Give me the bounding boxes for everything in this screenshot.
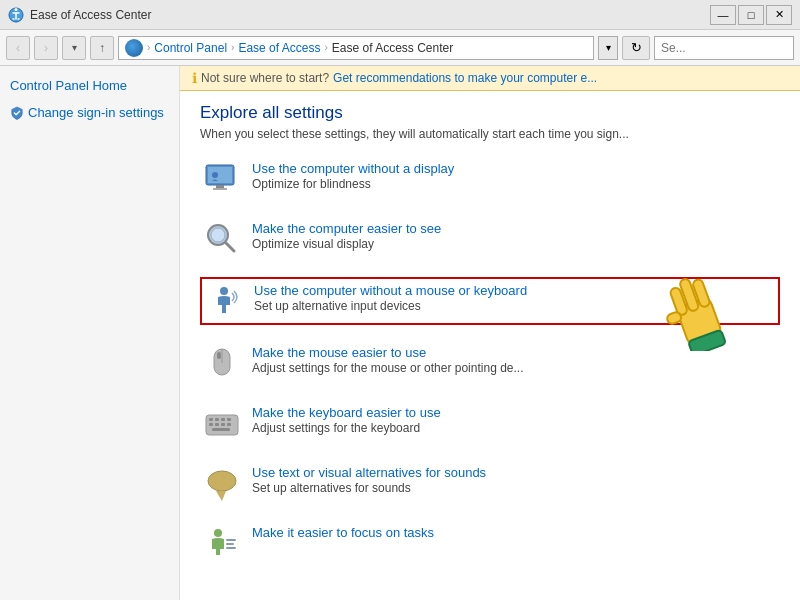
no-mouse-keyboard-link[interactable]: Use the computer without a mouse or keyb…	[254, 283, 527, 298]
title-bar: Ease of Access Center — □ ✕	[0, 0, 800, 30]
mouse-easier-link[interactable]: Make the mouse easier to use	[252, 345, 524, 360]
svg-rect-12	[217, 352, 221, 359]
svg-rect-27	[226, 543, 234, 545]
magnifier-icon	[204, 221, 240, 257]
easier-to-see-text: Make the computer easier to see Optimize…	[252, 221, 441, 251]
address-dropdown[interactable]: ▾	[598, 36, 618, 60]
setting-sound-alternatives[interactable]: Use text or visual alternatives for soun…	[200, 461, 780, 505]
top-banner: ℹ Not sure where to start? Get recommend…	[180, 66, 800, 91]
mouse-icon	[204, 345, 240, 381]
monitor-icon	[204, 161, 240, 197]
close-button[interactable]: ✕	[766, 5, 792, 25]
content-area: ℹ Not sure where to start? Get recommend…	[180, 66, 800, 600]
main-container: Control Panel Home Change sign-in settin…	[0, 66, 800, 600]
setting-keyboard-easier[interactable]: Make the keyboard easier to use Adjust s…	[200, 401, 780, 445]
control-panel-home-label: Control Panel Home	[10, 78, 127, 93]
setting-no-display[interactable]: Use the computer without a display Optim…	[200, 157, 780, 201]
svg-rect-22	[212, 428, 230, 431]
breadcrumb-control-panel[interactable]: Control Panel	[154, 41, 227, 55]
svg-rect-20	[221, 423, 225, 426]
sidebar-item-sign-in[interactable]: Change sign-in settings	[10, 105, 169, 120]
svg-rect-4	[213, 188, 227, 190]
dropdown-button[interactable]: ▾	[62, 36, 86, 60]
back-button[interactable]: ‹	[6, 36, 30, 60]
svg-line-8	[226, 243, 234, 251]
refresh-button[interactable]: ↻	[622, 36, 650, 60]
breadcrumb: › Control Panel › Ease of Access › Ease …	[118, 36, 594, 60]
forward-button[interactable]: ›	[34, 36, 58, 60]
easier-to-see-desc: Optimize visual display	[252, 237, 441, 251]
sidebar: Control Panel Home Change sign-in settin…	[0, 66, 180, 600]
speech-bubble-icon	[204, 465, 240, 501]
up-button[interactable]: ↑	[90, 36, 114, 60]
no-display-text: Use the computer without a display Optim…	[252, 161, 454, 191]
breadcrumb-ease-of-access[interactable]: Ease of Access	[238, 41, 320, 55]
svg-point-9	[220, 287, 228, 295]
setting-no-mouse-keyboard[interactable]: Use the computer without a mouse or keyb…	[200, 277, 780, 325]
maximize-button[interactable]: □	[738, 5, 764, 25]
svg-rect-17	[227, 418, 231, 421]
keyboard-easier-desc: Adjust settings for the keyboard	[252, 421, 441, 435]
window-icon	[8, 7, 24, 23]
keyboard-icon	[204, 405, 240, 441]
svg-rect-15	[215, 418, 219, 421]
focus-tasks-link[interactable]: Make it easier to focus on tasks	[252, 525, 434, 540]
sound-alternatives-text: Use text or visual alternatives for soun…	[252, 465, 486, 495]
svg-rect-19	[215, 423, 219, 426]
sidebar-item-control-panel[interactable]: Control Panel Home	[10, 78, 169, 93]
section-desc: When you select these settings, they wil…	[200, 127, 780, 141]
svg-point-23	[208, 471, 236, 491]
content-inner: Explore all settings When you select the…	[180, 91, 800, 593]
banner-text: Not sure where to start?	[201, 71, 329, 85]
setting-easier-to-see[interactable]: Make the computer easier to see Optimize…	[200, 217, 780, 261]
focus-tasks-text: Make it easier to focus on tasks	[252, 525, 434, 541]
sound-alternatives-desc: Set up alternatives for sounds	[252, 481, 486, 495]
sign-in-settings-label: Change sign-in settings	[28, 105, 164, 120]
no-display-desc: Optimize for blindness	[252, 177, 454, 191]
svg-rect-21	[227, 423, 231, 426]
globe-icon	[125, 39, 143, 57]
minimize-button[interactable]: —	[710, 5, 736, 25]
easier-to-see-link[interactable]: Make the computer easier to see	[252, 221, 441, 236]
svg-rect-28	[226, 547, 236, 549]
shield-icon	[10, 106, 24, 120]
banner-link[interactable]: Get recommendations to make your compute…	[333, 71, 597, 85]
svg-marker-24	[216, 491, 226, 501]
no-mouse-keyboard-desc: Set up alternative input devices	[254, 299, 527, 313]
svg-rect-26	[226, 539, 236, 541]
svg-rect-18	[209, 423, 213, 426]
svg-point-25	[214, 529, 222, 537]
sound-alternatives-link[interactable]: Use text or visual alternatives for soun…	[252, 465, 486, 480]
banner-icon: ℹ	[192, 70, 197, 86]
svg-point-5	[212, 172, 218, 178]
mouse-easier-text: Make the mouse easier to use Adjust sett…	[252, 345, 524, 375]
person-accessibility-icon	[206, 283, 242, 319]
window-controls: — □ ✕	[710, 5, 792, 25]
svg-point-7	[211, 228, 225, 242]
setting-focus-tasks[interactable]: Make it easier to focus on tasks	[200, 521, 780, 565]
keyboard-easier-text: Make the keyboard easier to use Adjust s…	[252, 405, 441, 435]
address-bar: ‹ › ▾ ↑ › Control Panel › Ease of Access…	[0, 30, 800, 66]
no-display-link[interactable]: Use the computer without a display	[252, 161, 454, 176]
keyboard-easier-link[interactable]: Make the keyboard easier to use	[252, 405, 441, 420]
svg-rect-2	[208, 167, 232, 183]
setting-mouse-easier[interactable]: Make the mouse easier to use Adjust sett…	[200, 341, 780, 385]
mouse-easier-desc: Adjust settings for the mouse or other p…	[252, 361, 524, 375]
section-title: Explore all settings	[200, 103, 780, 123]
focus-tasks-icon	[204, 525, 240, 561]
window-title: Ease of Access Center	[30, 8, 151, 22]
svg-rect-14	[209, 418, 213, 421]
search-input[interactable]	[654, 36, 794, 60]
svg-rect-16	[221, 418, 225, 421]
breadcrumb-current: Ease of Access Center	[332, 41, 453, 55]
no-mouse-keyboard-text: Use the computer without a mouse or keyb…	[254, 283, 527, 313]
